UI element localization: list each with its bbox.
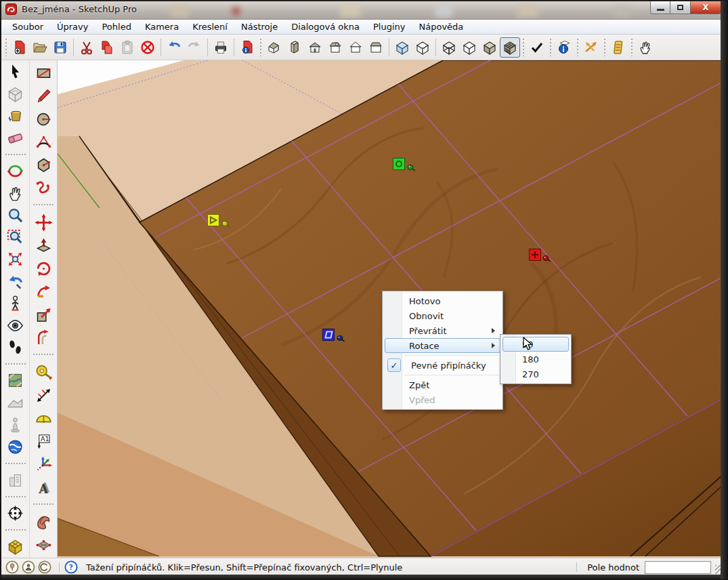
add-location-tool[interactable] xyxy=(3,370,28,392)
submenu-item-180[interactable]: 180 xyxy=(502,352,569,367)
zoom-window-tool[interactable] xyxy=(3,226,28,248)
menu-pluginy[interactable]: Pluginy xyxy=(366,20,412,33)
offset-tool[interactable] xyxy=(30,326,56,349)
3d-text-tool[interactable]: AA xyxy=(30,476,56,499)
menu-napoveda[interactable]: Nápověda xyxy=(412,20,471,33)
select-tool[interactable] xyxy=(3,61,28,83)
menu-item-hotovo[interactable]: Hotovo xyxy=(385,293,500,308)
undo-button[interactable] xyxy=(164,37,184,58)
interact-tool-button[interactable] xyxy=(581,37,601,58)
texture-pin-red-move[interactable] xyxy=(529,249,541,261)
right-view-button[interactable] xyxy=(366,37,386,58)
line-tool[interactable] xyxy=(30,84,56,107)
google-earth-tool[interactable] xyxy=(3,436,28,457)
model-info-button[interactable] xyxy=(237,37,257,58)
freehand-tool[interactable] xyxy=(30,176,56,199)
sandbox-smoove-tool[interactable] xyxy=(30,533,56,556)
rectangle-tool[interactable] xyxy=(30,61,56,84)
erase-button[interactable] xyxy=(137,37,158,58)
menu-upravy[interactable]: Úpravy xyxy=(50,20,95,33)
maximize-button[interactable] xyxy=(670,1,691,14)
menu-nastroje[interactable]: Nástroje xyxy=(234,20,284,33)
compass-tool[interactable] xyxy=(3,502,28,524)
shaded-style-button[interactable] xyxy=(479,37,500,58)
wireframe-style-button[interactable] xyxy=(439,37,459,58)
status-icon-credit[interactable] xyxy=(38,560,51,574)
menu-soubor[interactable]: Soubor xyxy=(5,20,50,33)
toolbar-drag-handle[interactable] xyxy=(259,39,262,56)
text-tool[interactable]: A1 xyxy=(30,430,56,453)
menu-kamera[interactable]: Kamera xyxy=(138,20,186,33)
status-icon-geolocation[interactable] xyxy=(5,560,19,574)
toolbar-drag-handle[interactable] xyxy=(549,39,552,56)
follow-me-tool[interactable] xyxy=(30,280,56,303)
look-around-tool[interactable] xyxy=(3,314,28,336)
protractor-tool[interactable] xyxy=(30,407,56,430)
dimension-tool[interactable] xyxy=(30,384,56,407)
push-pull-tool[interactable] xyxy=(30,234,56,257)
scale-tool[interactable] xyxy=(30,303,56,326)
menu-pohled[interactable]: Pohled xyxy=(95,20,137,33)
texture-pin-green-rotate-scale[interactable] xyxy=(393,158,405,170)
window-frame-right[interactable] xyxy=(721,1,727,579)
front-view-button[interactable] xyxy=(305,37,325,58)
tape-measure-tool[interactable] xyxy=(30,360,56,384)
help-icon[interactable]: ? xyxy=(64,560,78,574)
sandbox-from-contours-tool[interactable] xyxy=(30,510,56,533)
previous-view-tool[interactable] xyxy=(3,270,28,292)
submenu-item-270[interactable]: 270 xyxy=(502,367,569,381)
menu-item-prevratit[interactable]: Převrátit xyxy=(385,323,500,338)
save-button[interactable] xyxy=(50,37,70,58)
select-check-button[interactable] xyxy=(527,37,547,58)
arc-tool[interactable] xyxy=(30,130,56,153)
eraser-tool[interactable] xyxy=(3,127,28,148)
menu-item-rotace[interactable]: Rotace xyxy=(385,338,500,353)
zoom-tool[interactable] xyxy=(3,205,28,226)
submenu-item-90[interactable]: 90 xyxy=(502,337,569,352)
menu-item-obnovit[interactable]: Obnovit xyxy=(385,308,500,323)
entity-info-button[interactable] xyxy=(554,37,574,58)
back-view-button[interactable] xyxy=(325,37,345,58)
new-file-button[interactable] xyxy=(9,37,30,58)
circle-tool[interactable] xyxy=(30,107,56,130)
toolbar-drag-handle[interactable] xyxy=(603,39,606,56)
cut-button[interactable] xyxy=(77,37,97,58)
zoom-extents-tool[interactable] xyxy=(3,249,28,270)
iso-view-button[interactable] xyxy=(264,37,284,58)
walk-tool[interactable] xyxy=(3,336,28,358)
menu-dialogova-okna[interactable]: Dialogová okna xyxy=(284,20,366,33)
shaded-with-textures-style-button[interactable] xyxy=(500,37,520,58)
menu-item-zpet[interactable]: Zpět xyxy=(385,377,500,392)
open-file-button[interactable] xyxy=(30,37,50,58)
move-tool[interactable] xyxy=(30,211,56,234)
back-edges-style-button[interactable] xyxy=(412,37,433,58)
status-icon-person[interactable] xyxy=(22,560,35,574)
close-button[interactable]: X xyxy=(691,1,721,14)
left-view-button[interactable] xyxy=(345,37,366,58)
toolbar-drag-handle[interactable] xyxy=(576,39,579,56)
polygon-tool[interactable] xyxy=(30,153,56,176)
component-options-button[interactable] xyxy=(608,37,628,58)
toolbar-drag-handle[interactable] xyxy=(630,39,633,56)
orbit-tool[interactable] xyxy=(3,161,28,182)
texture-pin-blue-shear[interactable] xyxy=(322,329,335,341)
axes-tool[interactable] xyxy=(30,453,56,476)
position-camera-tool[interactable] xyxy=(3,292,28,314)
paint-bucket-tool[interactable] xyxy=(3,105,28,127)
rotate-tool[interactable] xyxy=(30,257,56,280)
app-logo-icon[interactable] xyxy=(5,3,17,15)
copy-button[interactable] xyxy=(97,37,117,58)
sandbox-box-tool[interactable] xyxy=(3,535,28,557)
texture-pin-yellow-distort[interactable] xyxy=(207,214,219,226)
measurements-input[interactable] xyxy=(645,561,711,574)
xray-style-button[interactable] xyxy=(392,37,412,58)
hidden-line-style-button[interactable] xyxy=(459,37,479,58)
pan-tool[interactable] xyxy=(3,182,28,204)
menu-item-pevne-pripinacky[interactable]: Pevné připínáčky xyxy=(385,358,500,373)
top-view-button[interactable] xyxy=(284,37,305,58)
minimize-button[interactable] xyxy=(650,1,670,14)
redo-button[interactable] xyxy=(184,37,205,58)
toolbar-drag-handle[interactable] xyxy=(5,39,7,56)
toolbar-drag-handle[interactable] xyxy=(522,39,525,56)
title-bar[interactable]: Bez_jména - SketchUp Pro X xyxy=(1,1,727,20)
